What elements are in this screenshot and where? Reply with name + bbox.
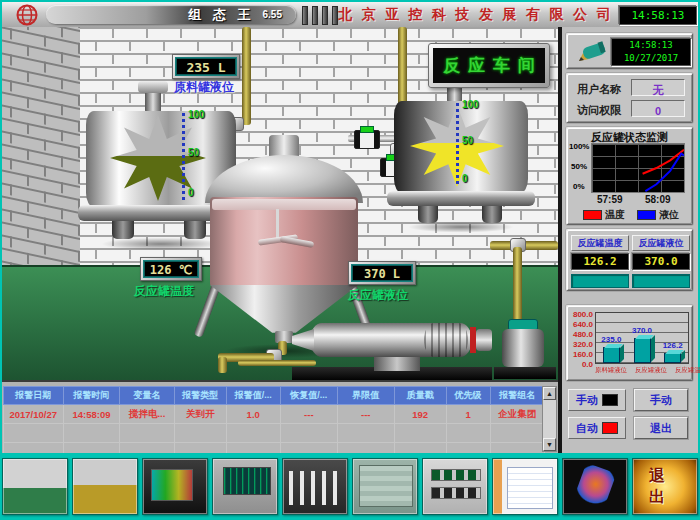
alarm-cell: 搅拌电...	[120, 405, 174, 424]
thumbnail-spectrum-trend[interactable]	[142, 458, 208, 515]
reactor-level-display: 370 L	[348, 261, 416, 285]
side-wall-bricks	[2, 27, 80, 277]
thumbnail-graphic	[223, 467, 271, 495]
alarm-header-cell[interactable]: 报警时间	[63, 387, 120, 405]
temp-readout-bar	[571, 274, 629, 288]
liquid-surface	[212, 199, 356, 210]
bar-column: 235.0	[596, 313, 627, 363]
alarm-header-cell[interactable]: 变量名	[120, 387, 174, 405]
alarm-cell: 1.0	[226, 405, 280, 424]
reactor-glass-body	[210, 197, 358, 287]
alarm-zone: 报警日期报警时间变量名报警类型报警值/...恢复值/...界限值质量戳优先级报警…	[2, 380, 558, 455]
bar-chart-categories: 原料罐液位 反应罐液位 反应罐温度	[591, 364, 691, 375]
scale-0: 0	[188, 187, 194, 198]
raw-tank-level-display: 235 L	[172, 54, 240, 79]
alarm-row[interactable]	[4, 424, 545, 443]
alarm-cell	[63, 424, 120, 443]
thumbnail-control-panel[interactable]	[422, 458, 488, 515]
alarm-cell: 2017/10/27	[4, 405, 64, 424]
alarm-header-cell[interactable]: 优先级	[446, 387, 490, 405]
scroll-up-button[interactable]: ▲	[543, 387, 556, 400]
bar-chart-bars: 235.0370.0126.2	[595, 312, 689, 364]
user-panel: 用户名称 无 访问权限 0	[566, 73, 693, 123]
alarm-header-cell[interactable]: 界限值	[337, 387, 394, 405]
temp-readout-value: 126.2	[571, 253, 629, 270]
alarm-cell: 关到开	[174, 405, 226, 424]
tank-scale-ticks	[182, 113, 185, 201]
bar-ytick: 800.0	[569, 310, 593, 320]
thumbnail-graphic	[507, 467, 553, 509]
scale-100: 100	[462, 99, 479, 110]
legend-temperature: 温度	[583, 208, 625, 222]
bar-category: 原料罐液位	[595, 365, 627, 374]
alarm-header-cell[interactable]: 报警组名	[490, 387, 544, 405]
thumbnail-strip: 退出	[0, 453, 700, 520]
datetime-display: 14:58:13 10/27/2017	[611, 38, 691, 66]
reactor-level-label: 反应罐液位	[348, 287, 408, 304]
tank-top-cap	[138, 81, 168, 93]
thumbnail-report[interactable]	[492, 458, 558, 515]
scale-50: 50	[188, 147, 199, 158]
alarm-header-cell[interactable]: 报警日期	[4, 387, 64, 405]
auto-indicator-lamp	[602, 422, 618, 434]
thumbnail-graphic	[289, 471, 341, 505]
trend-ytick-50: 50%	[571, 162, 587, 171]
alarm-cell	[4, 424, 64, 443]
manual-button[interactable]: 手动	[634, 389, 688, 411]
alarm-header-cell[interactable]: 报警值/...	[226, 387, 280, 405]
alarm-cell	[226, 424, 280, 443]
thumbnail-trend-panel[interactable]	[212, 458, 278, 515]
app-name-banner: 组 态 王 6.55	[46, 5, 296, 24]
bar-ytick: 320.0	[569, 340, 593, 350]
pencil-icon	[575, 41, 607, 63]
alarm-header-cell[interactable]: 质量戳	[394, 387, 446, 405]
manual-indicator-label: 手动	[576, 393, 598, 408]
pipe-drop-right	[513, 247, 522, 325]
thumbnail-3d-model[interactable]	[562, 458, 628, 515]
alarm-header-cell[interactable]: 恢复值/...	[280, 387, 337, 405]
window-bars-decoration	[302, 6, 338, 25]
bar-column: 126.2	[657, 313, 688, 363]
thumbnail-graphic	[359, 465, 413, 507]
pipe-vertical-left	[242, 27, 251, 125]
thumbnail-mixer-panel[interactable]	[282, 458, 348, 515]
access-value: 0	[655, 105, 661, 117]
trend-ytick-0: 0%	[573, 182, 585, 191]
raw-tank-level-label: 原料罐液位	[174, 79, 234, 96]
bar-value-label: 126.2	[663, 341, 683, 350]
bar-column: 370.0	[627, 313, 658, 363]
titlebar: 组 态 王 6.55 北 京 亚 控 科 技 发 展 有 限 公 司 14:58…	[2, 2, 698, 29]
bar-ytick: 640.0	[569, 320, 593, 330]
pump-body	[502, 329, 544, 367]
sidebar-time: 14:58:13	[612, 39, 690, 52]
alarm-cell	[174, 424, 226, 443]
exit-button[interactable]: 退出	[634, 417, 688, 439]
legend-level-swatch	[637, 210, 656, 220]
kingview-app: 组 态 王 6.55 北 京 亚 控 科 技 发 展 有 限 公 司 14:58…	[0, 0, 700, 520]
second-material-tank: 100 50 0	[394, 101, 528, 251]
side-wall	[2, 27, 80, 277]
username-value-box: 无	[631, 79, 685, 96]
alarm-cell: ---	[337, 405, 394, 424]
discharge-pipe-j	[218, 357, 227, 373]
alarm-table-scrollbar[interactable]: ▲ ▼	[542, 386, 557, 452]
bar-value-label: 235.0	[601, 335, 621, 344]
trend-plot-svg	[592, 144, 684, 192]
thumbnail-reaction-workshop[interactable]	[2, 458, 68, 515]
thumbnail-production-line[interactable]	[72, 458, 138, 515]
alarm-cell: 14:58:09	[63, 405, 120, 424]
alarm-row[interactable]: 2017/10/2714:58:09搅拌电...关到开1.0------1921…	[4, 405, 545, 424]
app-version: 6.55	[263, 9, 282, 20]
alarm-cell	[490, 424, 544, 443]
alarm-cell: 1	[446, 405, 490, 424]
alarm-header-cell[interactable]: 报警类型	[174, 387, 226, 405]
thumbnail-exit[interactable]: 退出	[632, 458, 698, 515]
legend-temp-label: 温度	[605, 208, 625, 222]
scroll-down-button[interactable]: ▼	[543, 438, 556, 451]
bar-category: 反应罐温度	[675, 365, 700, 374]
legend-temp-swatch	[583, 210, 602, 220]
bar-chart-y-axis: 800.0 640.0 480.0 320.0 160.0 0.0	[569, 310, 593, 370]
username-value: 无	[653, 84, 664, 96]
thumbnail-grid-panel[interactable]	[352, 458, 418, 515]
bar: 370.0	[634, 338, 651, 363]
